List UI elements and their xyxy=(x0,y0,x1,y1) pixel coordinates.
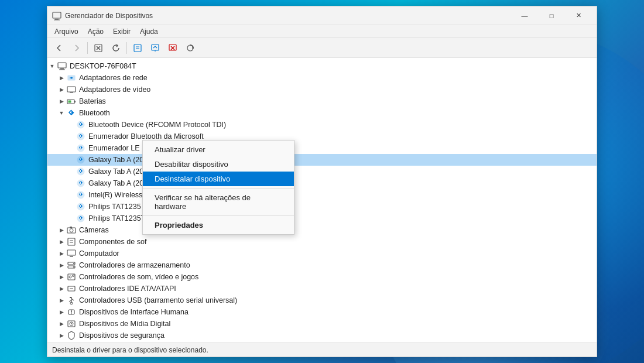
ctrl-som-label: Controladores de som, vídeo e jogos xyxy=(79,273,198,281)
tree-item-midia[interactable]: ▶ Dispositivos de Mídia Digital xyxy=(47,318,597,330)
ctx-desinstalar-dispositivo[interactable]: Desinstalar dispositivo xyxy=(143,172,294,186)
ctx-desabilitar-dispositivo[interactable]: Desabilitar dispositivo xyxy=(143,157,294,172)
computador-expander[interactable]: ▶ xyxy=(57,248,66,259)
hid-expander[interactable]: ▶ xyxy=(57,306,66,318)
maximize-button[interactable]: □ xyxy=(538,6,565,25)
cameras-label: Câmeras xyxy=(79,226,109,234)
forward-button[interactable] xyxy=(68,40,85,56)
forward-icon xyxy=(72,43,81,53)
svg-rect-0 xyxy=(53,12,61,18)
tree-item-ctrl-som[interactable]: ▶ Controladores de som, vídeo e jogos xyxy=(47,271,597,283)
bt-rfcomm-icon xyxy=(76,119,86,130)
cameras-expander[interactable]: ▶ xyxy=(57,224,66,236)
tree-item-ctrl-armazenamento[interactable]: ▶ Controladores de armazenamento xyxy=(47,259,597,271)
stop-button[interactable] xyxy=(90,40,107,56)
back-button[interactable] xyxy=(51,40,67,56)
adaptadores-video-label: Adaptadores de vídeo xyxy=(79,85,150,94)
tree-item-ctrl-ide[interactable]: ▶ Controladores IDE ATA/ATAPI xyxy=(47,283,597,294)
titlebar-icon xyxy=(52,11,61,20)
tree-item-bt-enum[interactable]: ▶ Enumerador Bluetooth da Microsoft xyxy=(47,131,597,142)
toolbar-separator-2 xyxy=(126,42,127,54)
tree-item-seguranca[interactable]: ▶ Dispositivos de segurança xyxy=(47,330,597,341)
midia-label: Dispositivos de Mídia Digital xyxy=(79,320,170,328)
hid-icon xyxy=(66,307,77,317)
tree-item-ctrl-usb[interactable]: ▶ Controladores USB (barramento serial u… xyxy=(47,294,597,306)
computador-label: Computador xyxy=(79,249,119,258)
intel-wireless-icon xyxy=(76,190,86,200)
ctx-propriedades[interactable]: Propriedades xyxy=(143,218,294,232)
svg-rect-17 xyxy=(59,70,65,70)
ctrl-usb-expander[interactable]: ▶ xyxy=(57,294,66,306)
tree-item-sistema[interactable]: ▶ Dispositivos de sistema xyxy=(47,341,597,343)
tree-item-baterias[interactable]: ▶ Baterias xyxy=(47,95,597,107)
ctrl-ide-label: Controladores IDE ATA/ATAPI xyxy=(79,285,176,293)
tree-item-componentes[interactable]: ▶ Componentes de sof xyxy=(47,236,597,248)
close-button[interactable]: ✕ xyxy=(565,6,592,25)
bt-le-enum-icon xyxy=(76,143,86,153)
componentes-label: Componentes de sof xyxy=(79,238,146,246)
svg-rect-15 xyxy=(58,63,66,68)
ctx-verificar-alteracoes[interactable]: Verificar se há alterações de hardware xyxy=(143,190,294,214)
tree-item-galaxy-tab-selected[interactable]: ▶ Galaxy Tab A (2017) xyxy=(47,154,597,166)
ctrl-armazenamento-expander[interactable]: ▶ xyxy=(57,259,66,271)
ctrl-ide-expander[interactable]: ▶ xyxy=(57,283,66,294)
tree-item-adaptadores-rede[interactable]: ▶ Adaptadores de rede xyxy=(47,72,597,84)
tree-root[interactable]: ▼ DESKTOP-76F084T xyxy=(47,60,597,72)
system-devices-icon xyxy=(66,342,77,343)
svg-rect-25 xyxy=(68,101,71,103)
ide-controller-icon xyxy=(66,283,77,294)
tree-item-philips-2[interactable]: ▶ Philips TAT1235Tra xyxy=(47,213,597,224)
svg-point-45 xyxy=(73,263,74,264)
sistema-expander[interactable]: ▶ xyxy=(57,341,66,343)
menu-ajuda[interactable]: Ajuda xyxy=(135,26,163,37)
ctrl-usb-label: Controladores USB (barramento serial uni… xyxy=(79,296,237,304)
svg-rect-38 xyxy=(68,238,75,245)
menu-acao[interactable]: Ação xyxy=(83,26,108,37)
ctrl-som-expander[interactable]: ▶ xyxy=(57,271,66,283)
computer-icon xyxy=(57,61,67,71)
properties-icon xyxy=(133,43,142,53)
tree-item-bt-le-enum[interactable]: ▶ Enumerador LE Bluetooth da Microsoft xyxy=(47,142,597,154)
tree-item-philips-1[interactable]: ▶ Philips TAT1235 xyxy=(47,201,597,213)
minimize-button[interactable]: — xyxy=(511,6,538,25)
tree-item-bluetooth[interactable]: ▼ Bluetooth xyxy=(47,107,597,119)
midia-expander[interactable]: ▶ xyxy=(57,318,66,330)
tree-item-bt-rfcomm[interactable]: ▶ Bluetooth Device (RFCOMM Protocol TDI) xyxy=(47,119,597,131)
baterias-expander[interactable]: ▶ xyxy=(57,95,66,107)
tree-item-intel-wireless[interactable]: ▶ Intel(R) Wireless B xyxy=(47,189,597,201)
uninstall-device-button[interactable] xyxy=(165,40,181,56)
bt-enum-icon xyxy=(76,131,86,142)
tree-item-galaxy-tab-2[interactable]: ▶ Galaxy Tab A (201 xyxy=(47,166,597,177)
root-label: DESKTOP-76F084T xyxy=(70,62,136,70)
ctx-atualizar-driver[interactable]: Atualizar driver xyxy=(143,142,294,157)
update-driver-button[interactable] xyxy=(147,40,163,56)
adaptadores-video-expander[interactable]: ▶ xyxy=(57,84,66,95)
tree-item-galaxy-tab-3[interactable]: ▶ Galaxy Tab A (201 xyxy=(47,177,597,189)
root-expander[interactable]: ▼ xyxy=(47,60,57,72)
bluetooth-icon xyxy=(66,108,77,118)
svg-rect-9 xyxy=(152,44,159,50)
statusbar: Desinstala o driver para o dispositivo s… xyxy=(47,343,597,357)
refresh-button[interactable] xyxy=(108,40,124,56)
adaptadores-rede-expander[interactable]: ▶ xyxy=(57,72,66,84)
titlebar: Gerenciador de Dispositivos — □ ✕ xyxy=(47,6,597,25)
scan-changes-button[interactable] xyxy=(182,40,198,56)
tree-item-adaptadores-video[interactable]: ▶ Adaptadores de vídeo xyxy=(47,84,597,95)
menu-arquivo[interactable]: Arquivo xyxy=(50,26,83,37)
svg-rect-37 xyxy=(70,227,72,228)
svg-rect-21 xyxy=(67,87,76,92)
menu-exibir[interactable]: Exibir xyxy=(108,26,135,37)
device-manager-window: Gerenciador de Dispositivos — □ ✕ Arquiv… xyxy=(47,6,597,357)
componentes-expander[interactable]: ▶ xyxy=(57,236,66,248)
seguranca-expander[interactable]: ▶ xyxy=(57,330,66,341)
bt-enum-label: Enumerador Bluetooth da Microsoft xyxy=(88,132,204,141)
status-text: Desinstala o driver para o dispositivo s… xyxy=(52,346,208,354)
galaxy-tab-3-label: Galaxy Tab A (201 xyxy=(88,179,148,187)
bluetooth-expander[interactable]: ▼ xyxy=(57,107,66,119)
properties-button[interactable] xyxy=(129,40,146,56)
device-tree[interactable]: ▼ DESKTOP-76F084T ▶ xyxy=(47,58,597,343)
philips-2-icon xyxy=(76,213,86,224)
tree-item-cameras[interactable]: ▶ Câmeras xyxy=(47,224,597,236)
tree-item-computador[interactable]: ▶ Computador xyxy=(47,248,597,259)
tree-item-hid[interactable]: ▶ Dispositivos de Interface Humana xyxy=(47,306,597,318)
